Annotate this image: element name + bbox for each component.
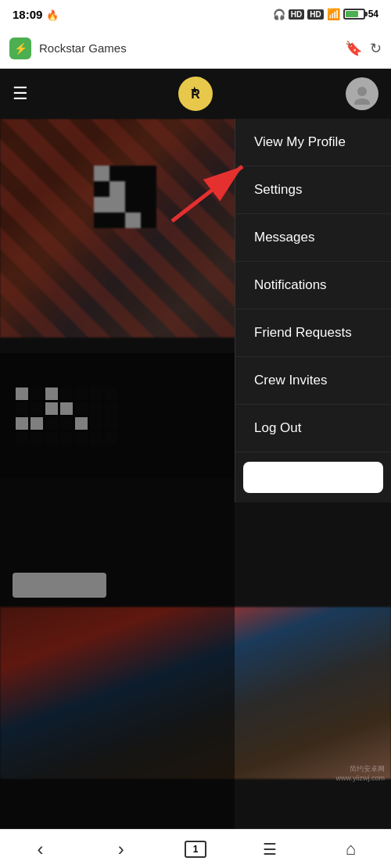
bluetooth-icon: 🎧 xyxy=(273,9,285,20)
svg-point-3 xyxy=(354,98,370,105)
home-button[interactable]: ⌂ xyxy=(333,833,368,866)
wifi-icon: 📶 xyxy=(327,8,340,20)
dropdown-menu: View My Profile Settings Messages Notifi… xyxy=(235,119,391,502)
hamburger-button[interactable]: ☰ xyxy=(13,84,28,104)
svg-point-2 xyxy=(357,87,367,96)
battery-percent: 54 xyxy=(368,9,378,20)
dropdown-item-crew-invites[interactable]: Crew Invites xyxy=(235,357,391,405)
hd-icon-2: HD xyxy=(307,9,323,20)
dropdown-item-friend-requests[interactable]: Friend Requests xyxy=(235,309,391,357)
bottom-nav: ‹ › 1 ☰ ⌂ xyxy=(0,829,391,868)
fire-icon: 🔥 xyxy=(46,9,59,21)
watermark: 简约安卓网 www.yiizwj.com xyxy=(335,764,385,784)
browser-actions: 🔖 ↻ xyxy=(345,40,382,57)
status-icons: 🎧 HD HD 📶 54 xyxy=(273,8,378,20)
pages-button[interactable]: 1 xyxy=(185,841,206,858)
status-bar: 18:09 🔥 🎧 HD HD 📶 54 xyxy=(0,0,391,28)
back-button[interactable]: ‹ xyxy=(23,832,58,866)
status-time: 18:09 🔥 xyxy=(13,8,59,21)
refresh-icon[interactable]: ↻ xyxy=(370,40,382,57)
dropdown-item-view-profile[interactable]: View My Profile xyxy=(235,119,391,166)
menu-button[interactable]: ☰ xyxy=(253,834,287,865)
main-content: ☰ R xyxy=(0,69,391,829)
dropdown-item-settings[interactable]: Settings xyxy=(235,166,391,214)
hd-icon-1: HD xyxy=(289,9,304,20)
rockstar-logo: R xyxy=(178,77,213,111)
browser-bar: ⚡ Rockstar Games 🔖 ↻ xyxy=(0,28,391,69)
user-avatar[interactable] xyxy=(346,77,378,110)
battery-icon xyxy=(343,9,365,20)
overlay-dim xyxy=(0,119,235,829)
browser-url[interactable]: Rockstar Games xyxy=(39,41,337,55)
bookmark-icon[interactable]: 🔖 xyxy=(345,40,362,57)
browser-shield: ⚡ xyxy=(9,38,31,59)
dropdown-item-notifications[interactable]: Notifications xyxy=(235,262,391,309)
dropdown-item-log-out[interactable]: Log Out xyxy=(235,405,391,452)
shield-icon: ⚡ xyxy=(14,42,27,55)
rockstar-header: ☰ R xyxy=(0,69,391,119)
forward-button[interactable]: › xyxy=(104,832,138,866)
dropdown-item-messages[interactable]: Messages xyxy=(235,214,391,262)
